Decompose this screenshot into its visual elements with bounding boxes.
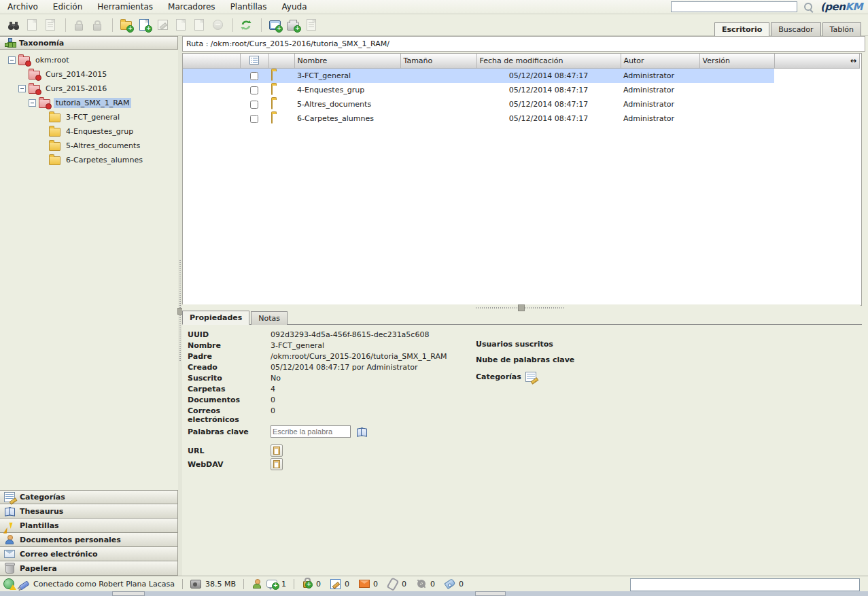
locked-docs-count: 0 [316,580,321,589]
column-massive-select[interactable] [240,54,268,69]
status-bar: Conectado como Robert Plana Lacasa 38.5 … [0,576,868,591]
cell-author: Administrator [621,69,699,84]
cell-name[interactable]: 4-Enquestes_grup [294,83,400,97]
create-folder-icon[interactable] [118,17,134,33]
add-category-icon[interactable] [525,371,536,382]
column-resize-icon[interactable]: ↔ [850,56,856,65]
connection-plug-icon [18,578,29,589]
lock-icon [71,17,87,33]
collapse-icon[interactable] [18,85,26,92]
column-nombre[interactable]: Nombre [294,54,400,69]
table-row[interactable]: 6-Carpetes_alumnes 05/12/2014 08:47:17 A… [183,111,860,126]
table-row[interactable]: 3-FCT_general 05/12/2014 08:47:17 Admini… [183,69,860,84]
toolbar-separator [112,18,113,32]
chat-bubble-icon[interactable] [266,578,277,589]
thesaurus-book-icon[interactable] [356,426,367,437]
tab-propiedades[interactable]: Propiedades [182,311,249,325]
cell-size [400,97,476,111]
tree-item-curs-2014-2015[interactable]: Curs_2014-2015 [0,67,178,82]
table-row[interactable]: 4-Enquestes_grup 05/12/2014 08:47:17 Adm… [183,83,860,97]
column-blank[interactable] [183,54,240,69]
cell-name[interactable]: 3-FCT_general [294,69,400,84]
stack-item-correo-electronico[interactable]: Correo electrónico [0,547,178,561]
refresh-icon[interactable] [238,17,254,33]
find-icon[interactable] [5,17,22,33]
tab-escritorio[interactable]: Escritorio [714,22,769,36]
column-fecha[interactable]: Fecha de modificación [476,54,621,69]
stack-item-label: Correo electrónico [20,550,97,559]
taxonomy-tree: okm:root Curs_2014-2015 Curs_2015-2016 t… [0,50,178,490]
stack-item-documentos-personales[interactable]: Documentos personales [0,533,178,547]
update-document-icon [173,17,189,33]
cell-version [699,111,774,126]
stack-header-taxonomia[interactable]: Taxonomía [0,36,178,50]
tab-tablon[interactable]: Tablón [822,22,861,36]
copy-webdav-icon[interactable] [271,458,283,470]
checkout-docs-count: 0 [345,580,349,589]
column-tamano[interactable]: Tamaño [400,54,476,69]
collapse-icon[interactable] [29,99,36,107]
field-label: Documentos [188,396,271,404]
tab-buscador[interactable]: Buscador [771,22,820,36]
tab-notas[interactable]: Notas [251,311,288,325]
column-filler: ↔ [774,54,860,69]
row-checkbox[interactable] [250,72,258,80]
file-browser: Nombre Tamaño Fecha de modificación Auto… [182,53,862,306]
folder-icon [271,85,273,95]
lightning-icon [4,520,15,531]
field-value-carpetas: 4 [271,385,275,393]
chat-user-icon[interactable] [251,578,262,589]
menu-plantillas[interactable]: Plantillas [223,2,275,12]
table-row[interactable]: 5-Altres_documents 05/12/2014 08:47:17 A… [183,97,860,111]
menu-ayuda[interactable]: Ayuda [274,2,314,12]
path-text: Ruta : /okm:root/Curs_2015-2016/tutoria_… [186,39,389,48]
collapse-icon[interactable] [8,56,16,64]
tree-item-3-fct-general[interactable]: 3-FCT_general [0,110,178,124]
connected-user-text: Conectado como Robert Plana Lacasa [33,580,175,589]
statusbar-input[interactable] [630,578,860,591]
trash-icon [4,563,15,574]
tree-item-label: 3-FCT_general [64,112,122,122]
add-property-group-icon[interactable] [266,17,283,33]
memory-usage-text: 38.5 MB [205,580,236,589]
cell-name[interactable]: 5-Altres_documents [294,97,400,111]
field-value-documentos: 0 [271,396,275,404]
categories-icon [4,492,15,503]
search-icon[interactable] [804,3,812,11]
quick-search-input[interactable] [671,1,797,12]
stack-item-papelera[interactable]: Papelera [0,561,178,576]
envelope-icon [4,548,15,559]
folder-red-icon [29,71,40,80]
column-icon[interactable] [268,54,294,69]
tree-item-curs-2015-2016[interactable]: Curs_2015-2016 [0,82,178,96]
row-checkbox[interactable] [250,101,258,109]
field-value-creado: 05/12/2014 08:47:17 por Administrator [271,363,418,372]
menu-marcadores[interactable]: Marcadores [160,2,223,12]
stack-item-plantillas[interactable]: Plantillas [0,519,178,533]
keywords-input[interactable] [271,425,351,438]
copy-url-icon[interactable] [271,444,283,457]
row-checkbox[interactable] [250,115,258,123]
tree-item-5-altres-documents[interactable]: 5-Altres_documents [0,139,178,153]
horizontal-splitter[interactable] [182,304,861,311]
row-checkbox[interactable] [250,86,258,94]
stack-item-thesaurus[interactable]: Thesaurus [0,504,178,519]
field-value-suscrito: No [271,374,281,383]
stack-item-categorias[interactable]: Categorías [0,490,178,504]
tree-item-tutoria-smx-1-ram[interactable]: tutoria_SMX_1_RAM [0,96,178,110]
add-document-icon[interactable] [136,17,152,33]
tree-item-4-enquestes-grup[interactable]: 4-Enquestes_grup [0,124,178,139]
menu-herramientas[interactable]: Herramientas [90,2,160,12]
tree-item-6-carpetes-alumnes[interactable]: 6-Carpetes_alumnes [0,153,178,167]
tag-icon [445,578,455,589]
tree-item-okm-root[interactable]: okm:root [0,53,178,67]
menu-archivo[interactable]: Archivo [0,2,46,12]
field-label: Nombre [188,341,271,350]
start-workflow-icon[interactable] [285,17,301,33]
folder-icon [271,99,273,109]
column-version[interactable]: Versión [699,54,774,69]
column-autor[interactable]: Autor [621,54,699,69]
chat-count: 1 [281,580,286,589]
menu-edicion[interactable]: Edición [46,2,90,12]
cell-name[interactable]: 6-Carpetes_alumnes [294,111,400,126]
